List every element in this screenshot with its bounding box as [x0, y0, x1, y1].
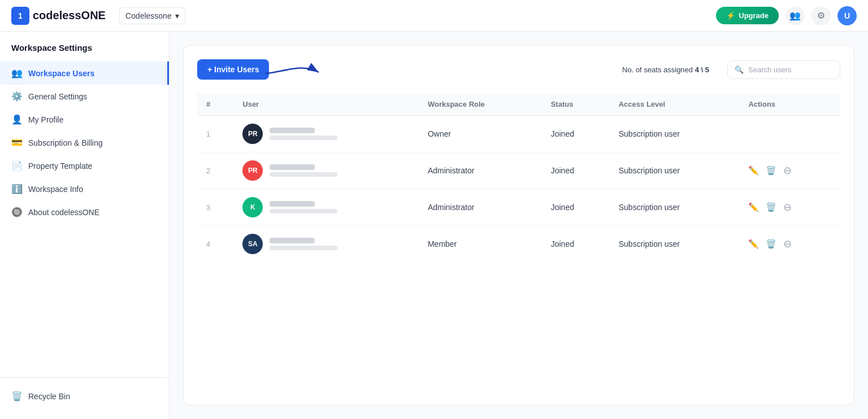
sidebar-item-about[interactable]: 🔘 About codelessONE	[0, 200, 169, 224]
sidebar-item-property-template[interactable]: 📄 Property Template	[0, 154, 169, 177]
gear-icon: ⚙	[817, 10, 825, 21]
user-name-bar	[270, 201, 315, 207]
delete-icon[interactable]: 🗑️	[766, 165, 776, 176]
sidebar: Workspace Settings 👥 Workspace Users ⚙️ …	[0, 32, 170, 419]
row-user: SA	[233, 226, 419, 263]
delete-icon[interactable]: 🗑️	[766, 202, 776, 212]
row-access: Subscription user	[610, 152, 740, 189]
workspace-selector[interactable]: Codelessone ▾	[119, 7, 185, 24]
upgrade-label: Upgrade	[739, 11, 769, 20]
team-icon-button[interactable]: 👥	[785, 6, 805, 25]
invite-users-button[interactable]: + Invite Users	[197, 59, 269, 80]
sidebar-label-general-settings: General Settings	[28, 92, 87, 101]
row-role: Administrator	[419, 152, 542, 189]
user-name-bar	[270, 164, 315, 170]
sidebar-item-general-settings[interactable]: ⚙️ General Settings	[0, 85, 169, 108]
status-badge: Joined	[551, 203, 574, 212]
col-number: #	[197, 93, 233, 116]
sidebar-item-subscription-billing[interactable]: 💳 Subscription & Billing	[0, 131, 169, 154]
search-icon: 🔍	[735, 66, 744, 74]
user-info	[270, 201, 337, 213]
settings-icon-button[interactable]: ⚙	[811, 6, 831, 25]
seats-count: 4 \ 5	[695, 66, 709, 74]
restrict-icon[interactable]: ⊖	[783, 164, 792, 177]
row-status: Joined	[542, 189, 610, 226]
delete-icon[interactable]: 🗑️	[766, 239, 776, 249]
sidebar-item-workspace-info[interactable]: ℹ️ Workspace Info	[0, 177, 169, 200]
row-status: Joined	[542, 226, 610, 263]
table-row: 3 K AdministratorJoinedSubscription user…	[197, 189, 840, 226]
user-cell: K	[242, 197, 410, 217]
user-name-bar	[270, 128, 315, 133]
user-avatar: K	[242, 197, 263, 217]
row-access: Subscription user	[610, 226, 740, 263]
sidebar-item-recycle-bin[interactable]: 🗑️ Recycle Bin	[0, 385, 169, 408]
user-cell: PR	[242, 124, 410, 144]
status-badge: Joined	[551, 166, 574, 175]
search-box: 🔍	[727, 60, 840, 79]
action-icons: ✏️ 🗑️ ⊖	[748, 201, 831, 213]
row-actions: ✏️ 🗑️ ⊖	[739, 189, 840, 226]
sidebar-label-subscription-billing: Subscription & Billing	[28, 138, 103, 147]
edit-icon[interactable]: ✏️	[748, 165, 759, 176]
sidebar-label-workspace-info: Workspace Info	[28, 185, 83, 194]
col-role: Workspace Role	[419, 93, 542, 116]
row-number: 2	[197, 152, 233, 189]
user-avatar-nav[interactable]: U	[837, 6, 857, 25]
sidebar-label-about: About codelessONE	[28, 208, 99, 217]
user-email-bar	[270, 246, 337, 250]
template-icon: 📄	[11, 160, 23, 171]
table-row: 4 SA MemberJoinedSubscription user ✏️ 🗑️…	[197, 226, 840, 263]
users-table: # User Workspace Role Status Access Leve…	[197, 93, 840, 262]
sidebar-label-my-profile: My Profile	[28, 115, 63, 124]
sidebar-label-property-template: Property Template	[28, 162, 92, 171]
row-access: Subscription user	[610, 116, 740, 152]
row-role: Owner	[419, 116, 542, 152]
user-email-bar	[270, 172, 337, 177]
recycle-bin-icon: 🗑️	[11, 391, 23, 401]
upgrade-button[interactable]: ⚡ Upgrade	[716, 7, 779, 24]
logo-text: codelessONE	[33, 9, 106, 22]
row-user: K	[233, 189, 419, 226]
sidebar-item-workspace-users[interactable]: 👥 Workspace Users	[0, 62, 169, 85]
logo[interactable]: 1 codelessONE	[11, 7, 106, 25]
seats-info: No. of seats assigned 4 \ 5	[622, 66, 709, 74]
lightning-icon: ⚡	[726, 11, 735, 20]
user-name-bar	[270, 238, 315, 243]
user-info	[270, 128, 337, 140]
settings-icon: ⚙️	[11, 91, 23, 102]
status-badge: Joined	[551, 129, 574, 138]
about-icon: 🔘	[11, 207, 23, 217]
toolbar: + Invite Users No. of seats assigned 4 \…	[197, 59, 840, 80]
user-avatar: SA	[242, 234, 263, 254]
restrict-icon[interactable]: ⊖	[783, 201, 792, 213]
sidebar-bottom: 🗑️ Recycle Bin	[0, 377, 169, 408]
col-access: Access Level	[610, 93, 740, 116]
sidebar-title: Workspace Settings	[0, 43, 169, 62]
status-badge: Joined	[551, 239, 574, 248]
sidebar-item-my-profile[interactable]: 👤 My Profile	[0, 108, 169, 131]
row-number: 1	[197, 116, 233, 152]
row-user: PR	[233, 116, 419, 152]
team-icon: 👥	[789, 10, 801, 21]
info-icon: ℹ️	[11, 184, 23, 194]
edit-icon[interactable]: ✏️	[748, 202, 759, 212]
content-inner: + Invite Users No. of seats assigned 4 \…	[183, 45, 854, 405]
table-body: 1 PR OwnerJoinedSubscription user2 PR Ad…	[197, 116, 840, 263]
invite-label: + Invite Users	[207, 65, 259, 74]
table-row: 2 PR AdministratorJoinedSubscription use…	[197, 152, 840, 189]
user-cell: PR	[242, 160, 410, 181]
edit-icon[interactable]: ✏️	[748, 239, 759, 249]
profile-icon: 👤	[11, 114, 23, 125]
chevron-down-icon: ▾	[175, 11, 179, 20]
user-cell: SA	[242, 234, 410, 254]
row-role: Member	[419, 226, 542, 263]
row-actions: ✏️ 🗑️ ⊖	[739, 152, 840, 189]
row-access: Subscription user	[610, 189, 740, 226]
row-actions: ✏️ 🗑️ ⊖	[739, 226, 840, 263]
navbar: 1 codelessONE Codelessone ▾ ⚡ Upgrade 👥 …	[0, 0, 868, 32]
user-avatar: PR	[242, 160, 263, 181]
logo-icon: 1	[11, 7, 29, 25]
search-input[interactable]	[748, 66, 833, 74]
restrict-icon[interactable]: ⊖	[783, 238, 792, 250]
